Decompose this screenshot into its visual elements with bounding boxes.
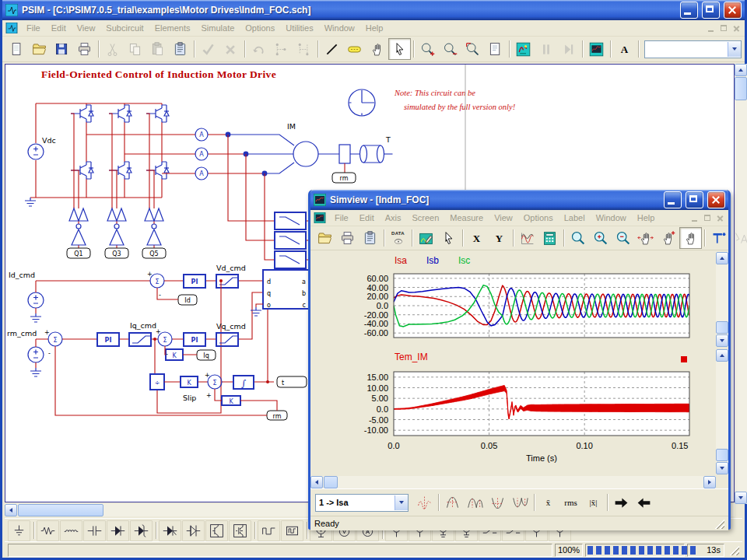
- el-gating-block[interactable]: [281, 520, 303, 541]
- menu-label[interactable]: Label: [559, 212, 591, 224]
- el-inductor[interactable]: [60, 520, 82, 541]
- el-igbt[interactable]: [205, 520, 228, 541]
- menu-view[interactable]: View: [72, 22, 101, 34]
- text-tool[interactable]: A: [613, 38, 636, 60]
- run-simview[interactable]: [585, 38, 608, 60]
- menu-window[interactable]: Window: [591, 212, 632, 224]
- plot1-currents[interactable]: 60.0040.0020.000.0-20.00-40.00-60.00: [310, 269, 716, 347]
- mdi-restore-icon[interactable]: [719, 24, 729, 33]
- menu-options[interactable]: Options: [518, 212, 559, 224]
- clock-element[interactable]: [349, 89, 375, 116]
- canvas-vscrollbar[interactable]: [735, 64, 747, 504]
- el-diode[interactable]: [107, 520, 129, 541]
- mechanical-load[interactable]: T: [360, 135, 393, 163]
- pwm-comparators[interactable]: [228, 135, 315, 268]
- menu-elements[interactable]: Elements: [149, 22, 196, 34]
- gate-drivers[interactable]: Q1 Q3 Q5: [67, 114, 166, 258]
- undo[interactable]: [247, 38, 270, 60]
- menu-utilities[interactable]: Utilities: [280, 22, 318, 34]
- menu-file[interactable]: File: [21, 22, 46, 34]
- open-file[interactable]: [28, 38, 51, 60]
- toolbar-combobox[interactable]: [644, 40, 742, 58]
- draw-wire[interactable]: [321, 38, 343, 60]
- hand-tool[interactable]: [679, 227, 702, 249]
- legend-Tem_IM[interactable]: Tem_IM: [395, 352, 428, 362]
- zoom-window[interactable]: [461, 38, 484, 60]
- menu-edit[interactable]: Edit: [354, 212, 380, 224]
- menu-screen[interactable]: Screen: [406, 212, 444, 224]
- menu-measure[interactable]: Measure: [444, 212, 489, 224]
- menu-file[interactable]: File: [329, 212, 354, 224]
- sv-mdi-minimize-icon[interactable]: [690, 214, 700, 222]
- plot2-vthumb[interactable]: [716, 449, 728, 461]
- scroll-down-icon[interactable]: [735, 492, 747, 504]
- x-axis-settings[interactable]: X: [465, 227, 488, 249]
- el-square-source[interactable]: [258, 520, 280, 541]
- plot1-scroll-down-icon[interactable]: [716, 334, 728, 347]
- simview-hscrollbar[interactable]: [310, 476, 716, 488]
- average-abs[interactable]: |x̄|: [582, 491, 605, 514]
- menu-subcircuit[interactable]: Subcircuit: [100, 22, 149, 34]
- speed-sensor[interactable]: rm: [318, 145, 359, 183]
- el-thyristor[interactable]: [159, 520, 181, 541]
- zoom-out[interactable]: [439, 38, 461, 60]
- paste[interactable]: [146, 38, 169, 60]
- run-simulation[interactable]: [512, 38, 535, 60]
- next-point-right[interactable]: [610, 491, 633, 514]
- menu-view[interactable]: View: [489, 212, 518, 224]
- menu-simulate[interactable]: Simulate: [196, 22, 240, 34]
- copy[interactable]: [124, 38, 146, 60]
- plot2-torque[interactable]: 15.0010.005.000.0-5.00-10.000.00.050.100…: [310, 367, 716, 468]
- simview-resize-grip[interactable]: [714, 518, 724, 529]
- combobox-dropdown-button[interactable]: [728, 42, 741, 57]
- sv-mdi-close-icon[interactable]: [715, 214, 725, 222]
- mdi-close-icon[interactable]: [731, 24, 742, 33]
- el-gto[interactable]: [182, 520, 205, 541]
- simview-minimize-button[interactable]: [664, 191, 682, 208]
- scroll-up-icon[interactable]: [735, 64, 747, 76]
- close-button[interactable]: [724, 2, 742, 19]
- edit-curves[interactable]: [415, 227, 437, 249]
- pan-view[interactable]: [634, 227, 657, 249]
- print[interactable]: [73, 38, 96, 60]
- plot2-vscrollbar[interactable]: [716, 349, 728, 474]
- average[interactable]: x̄: [537, 491, 559, 514]
- print[interactable]: [336, 227, 359, 249]
- apply[interactable]: [197, 38, 219, 60]
- place-label[interactable]: [343, 38, 366, 60]
- sv-mdi-restore-icon[interactable]: [703, 214, 713, 222]
- new-file[interactable]: [5, 38, 28, 60]
- zoom-hand[interactable]: [657, 227, 679, 249]
- legend-Isa[interactable]: Isa: [395, 255, 407, 266]
- el-capacitor[interactable]: [83, 520, 106, 541]
- menu-options[interactable]: Options: [240, 22, 280, 34]
- fit-to-page[interactable]: [484, 38, 507, 60]
- wire-node-2[interactable]: [293, 38, 315, 60]
- menu-window[interactable]: Window: [319, 22, 360, 34]
- find-max[interactable]: [441, 491, 464, 514]
- el-resistor[interactable]: [37, 520, 59, 541]
- find-next-max[interactable]: [464, 491, 486, 514]
- channel-dropdown-button[interactable]: [395, 495, 408, 510]
- el-mosfet[interactable]: [229, 520, 251, 541]
- sv-scroll-right-icon[interactable]: [703, 476, 716, 488]
- menu-edit[interactable]: Edit: [46, 22, 72, 34]
- sv-scroll-left-icon[interactable]: [310, 476, 323, 488]
- legend-Isc[interactable]: Isc: [458, 255, 470, 266]
- series-marker[interactable]: [681, 356, 687, 362]
- simview-close-button[interactable]: [707, 191, 725, 208]
- next-point-left[interactable]: [633, 491, 655, 514]
- menu-help[interactable]: Help: [632, 212, 661, 224]
- open[interactable]: [314, 227, 336, 249]
- simview-maximize-button[interactable]: [686, 191, 703, 208]
- measure-wave[interactable]: [413, 491, 436, 514]
- inverter-bridge[interactable]: [25, 103, 169, 206]
- plot1-vthumb[interactable]: [716, 321, 728, 334]
- menu-axis[interactable]: Axis: [380, 212, 407, 224]
- select[interactable]: [388, 38, 411, 60]
- mdi-minimize-icon[interactable]: [707, 24, 717, 33]
- control-loop[interactable]: Id_cmd Σ + - PI Vd_cmd Id rm_cmd Σ + -: [7, 264, 307, 420]
- clipboard-view[interactable]: [169, 38, 191, 60]
- zoom-out[interactable]: [612, 227, 634, 249]
- save-file[interactable]: [51, 38, 73, 60]
